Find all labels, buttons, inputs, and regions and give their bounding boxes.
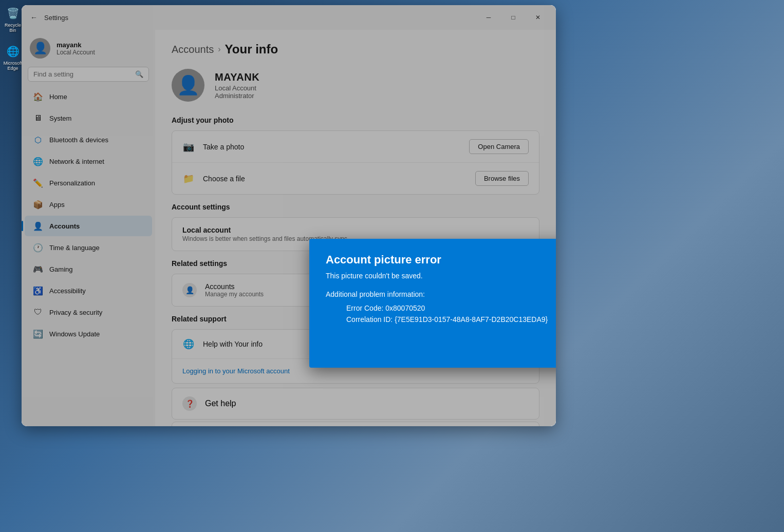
error-code-block: Error Code: 0x80070520 Correlation ID: {… — [346, 302, 556, 326]
edge-icon[interactable]: 🌐 Microsoft Edge — [3, 43, 23, 71]
settings-window: ← Settings ─ □ ✕ 👤 mayank Local Account — [22, 5, 556, 426]
error-code-line: Error Code: 0x80070520 — [346, 302, 556, 314]
error-dialog-title: Account picture error — [326, 253, 556, 267]
error-dialog: Account picture error This picture could… — [309, 239, 556, 368]
error-additional-label: Additional problem information: — [326, 290, 556, 298]
recycle-bin-icon[interactable]: 🗑️ Recycle Bin — [3, 5, 23, 33]
error-dialog-message: This picture couldn't be saved. — [326, 272, 556, 280]
correlation-id-line: Correlation ID: {7E5E91D3-0157-48A8-8AF7… — [346, 314, 556, 325]
